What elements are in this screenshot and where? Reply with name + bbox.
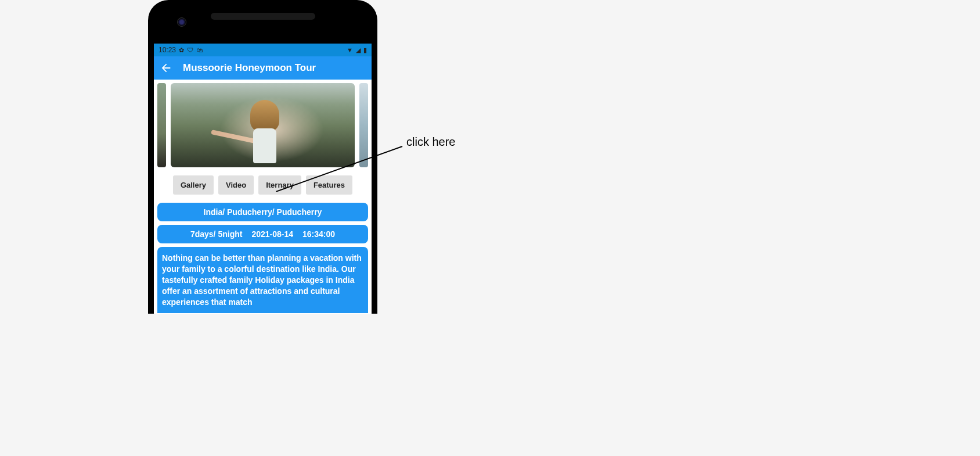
status-time: 10:23 [158,46,176,54]
tabs-row: Gallery Video Iternary Features [161,175,365,195]
tab-features[interactable]: Features [306,175,352,195]
tab-iternary[interactable]: Iternary [258,175,301,195]
page-title: Mussoorie Honeymoon Tour [183,62,316,74]
briefcase-icon: 🛍 [196,46,203,53]
carousel-main-image[interactable] [171,83,355,167]
signal-icon: ◢ [356,46,361,54]
image-carousel[interactable] [157,83,368,167]
description-text: Nothing can be better than planning a va… [162,253,362,307]
location-pill: India/ Puducherry/ Puducherry [157,203,368,221]
arrow-left-icon [160,62,172,74]
tab-gallery[interactable]: Gallery [173,175,214,195]
annotation-label: click here [406,135,455,149]
status-bar: 10:23 ✿ 🛡 🛍 ▼ ◢ ▮ [154,44,372,56]
content-area: Gallery Video Iternary Features India/ P… [154,80,372,314]
duration-text: 7days/ 5night [190,229,242,239]
back-button[interactable] [160,62,172,74]
front-camera [177,17,186,27]
time-text: 16:34:00 [302,229,335,239]
phone-speaker [211,13,315,20]
location-text: India/ Puducherry/ Puducherry [204,207,322,217]
carousel-prev-image[interactable] [157,83,166,167]
app-bar: Mussoorie Honeymoon Tour [154,56,372,80]
phone-frame: 10:23 ✿ 🛡 🛍 ▼ ◢ ▮ Mussoorie Honeymoon To… [148,0,377,314]
carousel-next-image[interactable] [359,83,368,167]
gear-icon: ✿ [179,46,184,54]
duration-pill: 7days/ 5night 2021-08-14 16:34:00 [157,225,368,243]
illustration-figure [244,100,285,164]
tab-video[interactable]: Video [218,175,254,195]
battery-icon: ▮ [363,46,367,54]
screen: 10:23 ✿ 🛡 🛍 ▼ ◢ ▮ Mussoorie Honeymoon To… [154,44,372,314]
shield-icon: 🛡 [187,46,193,53]
wifi-icon: ▼ [347,46,353,53]
date-text: 2021-08-14 [251,229,293,239]
description-box: Nothing can be better than planning a va… [157,247,368,313]
